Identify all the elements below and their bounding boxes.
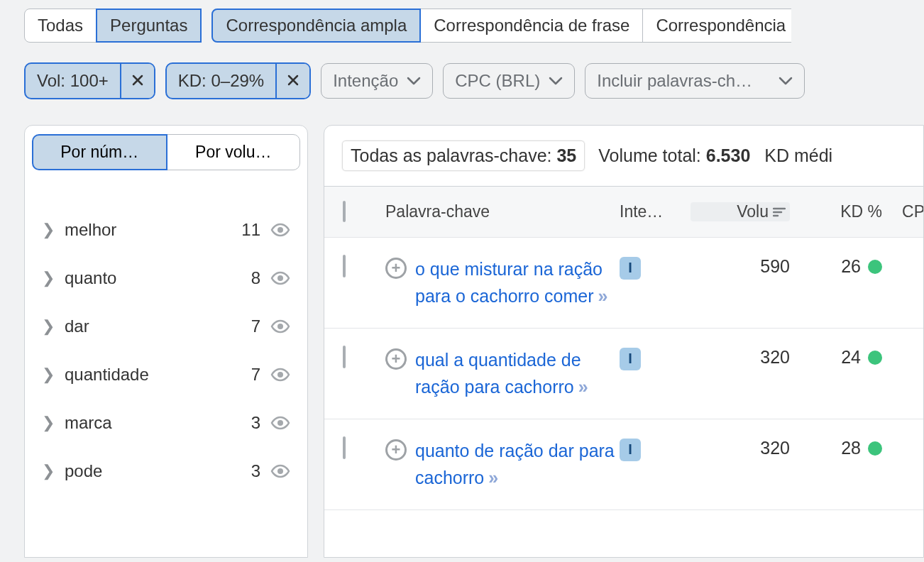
- row-checkbox[interactable]: [343, 346, 346, 368]
- summary-kd-average: KD médi: [764, 145, 832, 166]
- expand-keyword-icon[interactable]: +: [385, 348, 407, 370]
- chevron-right-icon: ❯: [42, 462, 55, 480]
- keyword-link[interactable]: qual a quantidade de ração para cachorro…: [415, 347, 620, 400]
- filter-chips-row: Vol: 100+ KD: 0–29% Intenção CPC (BRL) I…: [0, 43, 924, 99]
- keyword-link[interactable]: quanto de ração dar para cachorro»: [415, 438, 620, 491]
- tab-exact-match[interactable]: Correspondência: [642, 9, 791, 43]
- group-count: 3: [251, 413, 260, 433]
- main-content: Por núm… Por volu… ❯ melhor 11 ❯ quanto …: [0, 99, 924, 539]
- row-checkbox[interactable]: [343, 255, 346, 277]
- chevron-right-icon: ❯: [42, 269, 55, 287]
- table-row: + qual a quantidade de ração para cachor…: [324, 329, 923, 419]
- svg-point-6: [277, 324, 283, 329]
- group-count: 3: [251, 461, 260, 481]
- filter-include-label: Incluir palavras-ch…: [597, 71, 752, 91]
- sidebar-group-item[interactable]: ❯ marca 3: [38, 399, 295, 447]
- chevron-down-icon: [549, 76, 563, 86]
- chevron-right-icon: ❯: [42, 365, 55, 384]
- col-cpc[interactable]: CP: [882, 202, 924, 221]
- sidebar-tab-by-number[interactable]: Por núm…: [32, 134, 167, 170]
- filter-cpc-dropdown[interactable]: CPC (BRL): [443, 63, 575, 99]
- svg-point-5: [277, 275, 283, 281]
- tab-broad-match[interactable]: Correspondência ampla: [211, 9, 421, 43]
- group-word: pode: [65, 461, 241, 481]
- eye-icon[interactable]: [270, 319, 290, 334]
- group-word: dar: [65, 316, 241, 336]
- sidebar-group-item[interactable]: ❯ melhor 11: [38, 206, 295, 254]
- kd-cell: 26: [790, 256, 882, 277]
- filter-cpc-label: CPC (BRL): [455, 71, 540, 91]
- volume-value: 590: [691, 256, 790, 277]
- sidebar-group-item[interactable]: ❯ dar 7: [38, 302, 295, 351]
- kd-cell: 24: [790, 347, 882, 368]
- filter-kd-body[interactable]: KD: 0–29%: [167, 64, 275, 98]
- group-word: melhor: [65, 220, 231, 240]
- kd-value: 26: [841, 256, 861, 277]
- group-count: 8: [251, 268, 260, 288]
- intent-badge: I: [620, 348, 641, 370]
- chevron-down-icon: [779, 76, 793, 86]
- filter-intent-label: Intenção: [333, 71, 398, 91]
- keyword-link[interactable]: o que misturar na ração para o cachorro …: [415, 256, 620, 309]
- eye-icon[interactable]: [270, 222, 290, 238]
- eye-icon[interactable]: [270, 367, 290, 382]
- filter-volume-body[interactable]: Vol: 100+: [26, 64, 120, 98]
- col-kd[interactable]: KD %: [790, 202, 882, 221]
- kd-difficulty-dot: [868, 351, 882, 365]
- kd-difficulty-dot: [868, 260, 882, 274]
- table-body[interactable]: + o que misturar na ração para o cachorr…: [324, 238, 923, 543]
- filter-volume-remove[interactable]: [120, 64, 154, 98]
- col-volume[interactable]: Volu: [691, 202, 790, 221]
- group-count: 7: [251, 365, 260, 385]
- kd-value: 24: [841, 347, 861, 368]
- kd-value: 28: [841, 438, 861, 458]
- volume-value: 320: [691, 438, 790, 458]
- eye-icon[interactable]: [270, 415, 290, 431]
- expand-keyword-icon[interactable]: +: [385, 439, 407, 461]
- svg-point-7: [277, 372, 283, 378]
- close-icon: [287, 74, 299, 87]
- group-word: quanto: [65, 268, 241, 288]
- filter-include-keywords-dropdown[interactable]: Incluir palavras-ch…: [585, 63, 805, 99]
- table-row: + o que misturar na ração para o cachorr…: [324, 238, 923, 329]
- match-type-tabs: Todas Perguntas Correspondência ampla Co…: [0, 0, 924, 43]
- expand-keyword-icon[interactable]: +: [385, 258, 407, 279]
- sidebar-group-item[interactable]: ❯ pode 3: [38, 447, 295, 495]
- filter-kd-remove[interactable]: [275, 64, 309, 98]
- table-row: + quanto de ração dar para cachorro» I 3…: [324, 419, 923, 510]
- kd-difficulty-dot: [868, 441, 882, 456]
- svg-point-4: [277, 227, 283, 233]
- group-count: 7: [251, 316, 260, 336]
- double-chevron-icon: »: [578, 377, 588, 397]
- sidebar-group-item[interactable]: ❯ quantidade 7: [38, 351, 295, 399]
- keywords-table-panel: Todas as palavras-chave: 35 Volume total…: [324, 125, 924, 558]
- col-intent[interactable]: Inte…: [620, 202, 691, 221]
- svg-point-9: [277, 468, 283, 474]
- select-all-checkbox[interactable]: [343, 201, 346, 222]
- sidebar-sort-tabs: Por núm… Por volu…: [25, 126, 307, 170]
- summary-total-keywords: Todas as palavras-chave: 35: [343, 141, 584, 170]
- tab-questions[interactable]: Perguntas: [96, 9, 202, 43]
- chevron-right-icon: ❯: [42, 414, 55, 432]
- table-header-row: Palavra-chave Inte… Volu KD % CP: [324, 187, 923, 238]
- eye-icon[interactable]: [270, 270, 290, 286]
- row-checkbox[interactable]: [343, 436, 346, 459]
- filter-intent-dropdown[interactable]: Intenção: [321, 63, 433, 99]
- chevron-right-icon: ❯: [42, 221, 55, 239]
- col-keyword[interactable]: Palavra-chave: [385, 202, 620, 221]
- summary-total-volume: Volume total: 6.530: [598, 145, 750, 166]
- sidebar-tab-by-volume[interactable]: Por volu…: [167, 134, 301, 170]
- group-word: quantidade: [65, 365, 241, 385]
- tab-all[interactable]: Todas: [24, 9, 97, 43]
- close-icon: [131, 74, 144, 87]
- sidebar-group-item[interactable]: ❯ quanto 8: [38, 254, 295, 302]
- eye-icon[interactable]: [270, 463, 290, 479]
- tab-phrase-match[interactable]: Correspondência de frase: [420, 9, 643, 43]
- volume-value: 320: [691, 347, 790, 368]
- intent-badge: I: [620, 439, 641, 461]
- chevron-down-icon: [407, 76, 421, 86]
- filter-volume: Vol: 100+: [24, 62, 155, 99]
- sidebar-groups-list[interactable]: ❯ melhor 11 ❯ quanto 8 ❯ dar 7 ❯ quantid…: [25, 170, 307, 539]
- chevron-right-icon: ❯: [42, 317, 55, 336]
- double-chevron-icon: »: [598, 286, 608, 306]
